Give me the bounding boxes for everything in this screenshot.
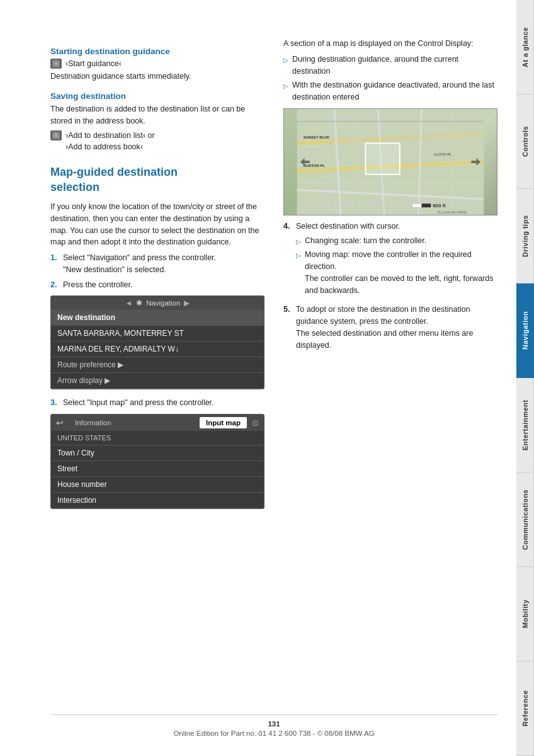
tab-reference[interactable]: Reference bbox=[516, 662, 534, 756]
nav-header-label: Navigation bbox=[146, 299, 180, 307]
input-row-town: Town / City bbox=[51, 445, 264, 461]
left-column: Starting destination guidance ›Start gui… bbox=[50, 38, 264, 514]
controller-icon-2 bbox=[50, 130, 62, 140]
step-4-bullets: ▷ Changing scale: turn the controller. ▷… bbox=[296, 235, 497, 297]
page-number: 131 bbox=[50, 720, 497, 728]
tab-controls[interactable]: Controls bbox=[516, 94, 534, 189]
add-to-list-text: ›Add to destination list‹ or bbox=[65, 131, 155, 140]
controller-icon bbox=[50, 59, 62, 69]
step-5: 5. To adopt or store the destination in … bbox=[283, 304, 497, 351]
svg-text:SUNSET BLVD: SUNSET BLVD bbox=[304, 135, 330, 139]
map-guided-title: Map-guided destination selection bbox=[50, 165, 264, 195]
nav-row-route: Route preference ▶ bbox=[51, 357, 264, 373]
nav-row-new-dest: New destination bbox=[51, 310, 264, 326]
bullet-1-text: During destination guidance, around the … bbox=[292, 54, 497, 77]
input-row-street: Street bbox=[51, 461, 264, 477]
step-4-content: Select destination with cursor. ▷ Changi… bbox=[296, 220, 497, 301]
section-saving-destination: Saving destination The destination is ad… bbox=[50, 91, 264, 152]
nav-row-santa-barbara: SANTA BARBARA, MONTERREY ST bbox=[51, 326, 264, 341]
section-starting-guidance: Starting destination guidance ›Start gui… bbox=[50, 47, 264, 83]
screen-icon: ⊙ bbox=[252, 418, 259, 428]
bullet-1: ▷ During destination guidance, around th… bbox=[283, 54, 497, 77]
bullet-tri-1: ▷ bbox=[283, 55, 288, 77]
input-row-intersection: Intersection bbox=[51, 493, 264, 508]
svg-rect-28 bbox=[365, 143, 399, 174]
map-guided-intro: If you only know the location of the tow… bbox=[50, 201, 264, 248]
step-1-num: 1. bbox=[50, 252, 59, 276]
bullet-tri-3: ▷ bbox=[296, 237, 301, 247]
step-5-content: To adopt or store the destination in the… bbox=[296, 304, 497, 351]
step-4-bullet-2-text: Moving map: move the controller in the r… bbox=[305, 249, 497, 296]
right-bullet-list: ▷ During destination guidance, around th… bbox=[283, 54, 497, 103]
step-2-num: 2. bbox=[50, 279, 59, 291]
bullet-2: ▷ With the destination guidance deactiva… bbox=[283, 79, 497, 103]
tab-input-map[interactable]: Input map bbox=[200, 417, 247, 428]
nav-row-marina: MARINA DEL REY, ADMIRALTY W↓ bbox=[51, 341, 264, 357]
step-5-text: To adopt or store the destination in the… bbox=[296, 305, 473, 349]
start-guidance-body: Destination guidance starts immediately. bbox=[50, 71, 264, 83]
step-4-bullet-1: ▷ Changing scale: turn the controller. bbox=[296, 235, 497, 247]
nav-fwd-icon: ▶ bbox=[184, 299, 190, 307]
step-2: 2. Press the controller. bbox=[50, 279, 264, 291]
tab-navigation[interactable]: Navigation bbox=[516, 284, 534, 378]
step-3-text: Select "Input map" and press the control… bbox=[63, 397, 214, 409]
nav-star-icon: ✱ bbox=[136, 299, 142, 307]
bullet-tri-4: ▷ bbox=[296, 251, 301, 296]
saving-destination-title: Saving destination bbox=[50, 91, 264, 101]
nav-screen-header: ◄ ✱ Navigation ▶ bbox=[51, 296, 264, 310]
svg-point-1 bbox=[54, 62, 58, 66]
step-4: 4. Select destination with cursor. ▷ Cha… bbox=[283, 220, 497, 301]
nav-back-icon: ◄ bbox=[125, 299, 132, 307]
svg-text:LLOYD PL: LLOYD PL bbox=[434, 152, 452, 156]
back-icon: ↩ bbox=[56, 418, 64, 428]
step-3-num: 3. bbox=[50, 397, 59, 409]
add-to-list-row: ›Add to destination list‹ or bbox=[50, 130, 264, 140]
start-guidance-row: ›Start guidance‹ bbox=[50, 59, 264, 69]
input-row-house: House number bbox=[51, 477, 264, 493]
page-footer: 131 Online Edition for Part no. 01 41 2 … bbox=[50, 714, 497, 737]
step3-list: 3. Select "Input map" and press the cont… bbox=[50, 397, 264, 409]
input-row-country: UNITED STATES bbox=[51, 431, 264, 445]
step-1-content: Select "Navigation" and press the contro… bbox=[63, 252, 216, 276]
step-1: 1. Select "Navigation" and press the con… bbox=[50, 252, 264, 276]
tab-mobility[interactable]: Mobility bbox=[516, 567, 534, 662]
tab-driving-tips[interactable]: Driving tips bbox=[516, 189, 534, 284]
tab-entertainment[interactable]: Entertainment bbox=[516, 378, 534, 472]
step-4-num: 4. bbox=[283, 220, 292, 301]
step-3: 3. Select "Input map" and press the cont… bbox=[50, 397, 264, 409]
input-screen-header: ↩ Information Input map ⊙ bbox=[51, 415, 264, 431]
svg-text:VL13-M-MY-BMW: VL13-M-MY-BMW bbox=[437, 210, 467, 214]
step-2-text: Press the controller. bbox=[63, 279, 132, 291]
footer-text: Online Edition for Part no. 01 41 2 600 … bbox=[50, 730, 497, 737]
tab-communications[interactable]: Communications bbox=[516, 472, 534, 567]
tab-information[interactable]: Information bbox=[69, 417, 118, 428]
svg-point-3 bbox=[54, 134, 58, 137]
bullet-tri-2: ▷ bbox=[283, 81, 288, 103]
svg-rect-32 bbox=[412, 203, 422, 207]
nav-screen: ◄ ✱ Navigation ▶ New destination SANTA B… bbox=[50, 295, 264, 389]
bullet-2-text: With the destination guidance deactivate… bbox=[292, 79, 497, 103]
start-guidance-text: ›Start guidance‹ bbox=[65, 59, 122, 68]
saving-destination-body: The destination is added to the destinat… bbox=[50, 103, 264, 127]
step-5-num: 5. bbox=[283, 304, 292, 351]
tab-at-a-glance[interactable]: At a glance bbox=[516, 0, 534, 94]
add-to-book-text: ›Add to address book‹ bbox=[50, 142, 264, 151]
step-4-bullet-1-text: Changing scale: turn the controller. bbox=[305, 235, 426, 247]
steps-4-5: 4. Select destination with cursor. ▷ Cha… bbox=[283, 220, 497, 352]
right-intro-text: A section of a map is displayed on the C… bbox=[283, 38, 497, 50]
svg-text:800 ft: 800 ft bbox=[433, 203, 446, 209]
right-column: A section of a map is displayed on the C… bbox=[283, 38, 497, 514]
input-screen: ↩ Information Input map ⊙ UNITED STATES … bbox=[50, 414, 264, 509]
map-image: SUNSET BLVD BURTON PL LLOYD PL 800 ft bbox=[283, 108, 497, 215]
step-4-bullet-2: ▷ Moving map: move the controller in the… bbox=[296, 249, 497, 296]
side-tabs: At a glance Controls Driving tips Naviga… bbox=[516, 0, 534, 756]
step-4-text: Select destination with cursor. bbox=[296, 222, 400, 231]
step-1-sub: "New destination" is selected. bbox=[63, 265, 166, 274]
starting-guidance-title: Starting destination guidance bbox=[50, 47, 264, 56]
svg-text:BURTON PL: BURTON PL bbox=[304, 164, 326, 168]
right-intro: A section of a map is displayed on the C… bbox=[283, 38, 497, 103]
steps-list: 1. Select "Navigation" and press the con… bbox=[50, 252, 264, 290]
nav-row-arrow: Arrow display ▶ bbox=[51, 373, 264, 389]
